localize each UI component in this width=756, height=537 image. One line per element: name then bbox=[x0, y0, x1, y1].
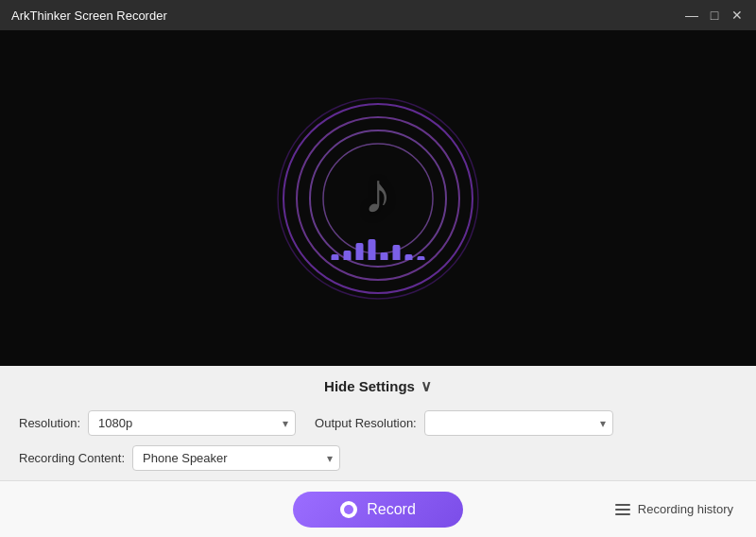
record-dot-icon bbox=[340, 501, 357, 518]
hamburger-line-1 bbox=[615, 504, 630, 506]
audio-bars bbox=[332, 239, 425, 260]
chevron-down-icon: ∨ bbox=[421, 377, 432, 395]
bar-2 bbox=[344, 251, 352, 260]
output-resolution-group: Output Resolution: bbox=[315, 410, 613, 436]
record-label: Record bbox=[367, 501, 416, 518]
resolution-label: Resolution: bbox=[19, 416, 80, 430]
recording-content-label: Recording Content: bbox=[19, 451, 125, 465]
history-section: Recording history bbox=[496, 502, 733, 516]
minimize-button[interactable]: — bbox=[684, 8, 699, 23]
hide-settings-button[interactable]: Hide Settings ∨ bbox=[324, 377, 432, 395]
resolution-select-wrapper: 1080p 720p 480p bbox=[88, 410, 296, 436]
bar-4 bbox=[369, 239, 376, 260]
recording-content-group: Recording Content: Phone Speaker Microph… bbox=[19, 445, 340, 471]
record-button[interactable]: Record bbox=[293, 492, 463, 528]
settings-row: Resolution: 1080p 720p 480p Output Resol… bbox=[0, 405, 756, 445]
recording-history-button[interactable]: Recording history bbox=[615, 502, 733, 516]
main-content: ♪ Hide Settings ∨ Resolution: bbox=[0, 30, 756, 537]
preview-area: ♪ bbox=[0, 30, 756, 366]
maximize-button[interactable]: □ bbox=[707, 8, 722, 23]
title-bar: ArkThinker Screen Recorder — □ ✕ bbox=[0, 0, 756, 30]
bar-3 bbox=[356, 243, 364, 260]
recording-content-select-wrapper: Phone Speaker Microphone System Audio bbox=[132, 445, 340, 471]
bar-6 bbox=[393, 245, 401, 260]
resolution-group: Resolution: 1080p 720p 480p bbox=[19, 410, 296, 436]
music-note-icon: ♪ bbox=[364, 160, 392, 225]
recording-history-label: Recording history bbox=[638, 502, 733, 516]
app-title: ArkThinker Screen Recorder bbox=[11, 9, 167, 23]
visualizer: ♪ bbox=[274, 95, 482, 303]
record-btn-wrapper: Record bbox=[260, 492, 497, 528]
close-button[interactable]: ✕ bbox=[730, 8, 745, 23]
bar-7 bbox=[405, 254, 413, 260]
hide-settings-label: Hide Settings bbox=[324, 378, 415, 394]
hamburger-icon bbox=[615, 504, 630, 515]
output-resolution-select[interactable] bbox=[424, 410, 613, 436]
bar-5 bbox=[381, 252, 388, 260]
hide-settings-row: Hide Settings ∨ bbox=[0, 366, 756, 405]
recording-content-row: Recording Content: Phone Speaker Microph… bbox=[0, 445, 756, 480]
bar-1 bbox=[332, 254, 339, 260]
hamburger-line-3 bbox=[615, 513, 630, 515]
window-controls: — □ ✕ bbox=[684, 8, 745, 23]
bottom-bar: Record Recording history bbox=[0, 480, 756, 537]
output-resolution-select-wrapper bbox=[424, 410, 613, 436]
output-resolution-label: Output Resolution: bbox=[315, 416, 417, 430]
resolution-select[interactable]: 1080p 720p 480p bbox=[88, 410, 296, 436]
recording-content-select[interactable]: Phone Speaker Microphone System Audio bbox=[132, 445, 340, 471]
hamburger-line-2 bbox=[615, 509, 630, 511]
bar-8 bbox=[418, 256, 425, 260]
